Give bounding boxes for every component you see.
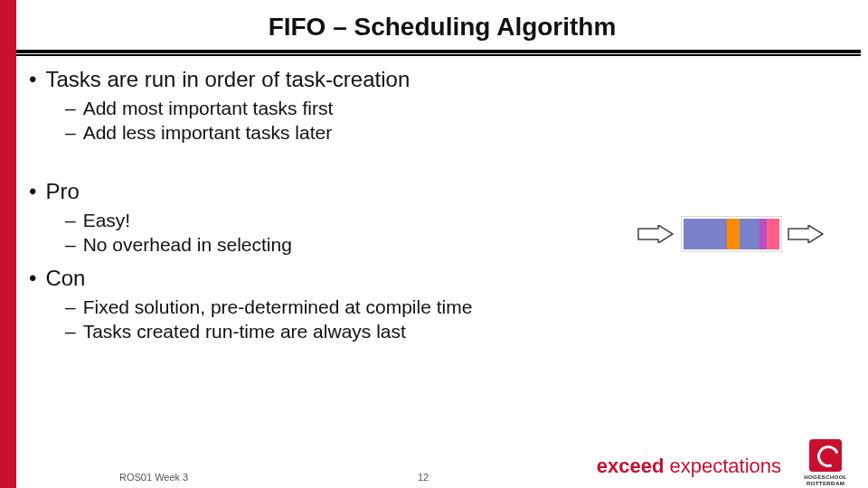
arrow-out-icon bbox=[787, 225, 826, 243]
bullet-pro: Pro bbox=[29, 179, 850, 204]
accent-bar bbox=[0, 0, 16, 488]
bullet-con-sub1: Fixed solution, pre-determined at compil… bbox=[65, 296, 850, 318]
fifo-task-block bbox=[760, 219, 767, 249]
fifo-task-block bbox=[684, 219, 727, 249]
fifo-queue bbox=[682, 217, 781, 251]
bullet-tasks-sub1: Add most important tasks first bbox=[65, 98, 850, 119]
footer-course: ROS01 Week 3 bbox=[119, 472, 188, 483]
exceed-logo-text: exceed expectations bbox=[597, 455, 781, 478]
content-region: Tasks are run in order of task-creation … bbox=[29, 67, 850, 345]
expectations-word: expectations bbox=[669, 455, 781, 477]
fifo-queue-diagram bbox=[637, 213, 844, 255]
fifo-task-block bbox=[727, 219, 740, 249]
fifo-task-block bbox=[767, 219, 779, 249]
title-rule-thin bbox=[16, 54, 861, 56]
arrow-in-icon bbox=[637, 225, 676, 243]
title-rule-thick bbox=[16, 50, 861, 53]
bullet-con-sub2: Tasks created run-time are always last bbox=[65, 321, 850, 343]
bullet-con: Con bbox=[29, 266, 850, 291]
page-title: FIFO – Scheduling Algorithm bbox=[16, 13, 868, 42]
school-logo: HOGESCHOOL ROTTERDAM bbox=[790, 439, 861, 483]
bullet-tasks-sub2: Add less important tasks later bbox=[65, 122, 850, 144]
bullet-tasks: Tasks are run in order of task-creation bbox=[29, 67, 850, 92]
school-logo-label: HOGESCHOOL ROTTERDAM bbox=[790, 474, 861, 486]
school-logo-icon bbox=[809, 439, 842, 472]
footer-page-number: 12 bbox=[418, 472, 429, 483]
exceed-word: exceed bbox=[597, 455, 665, 477]
fifo-task-block bbox=[740, 219, 760, 249]
